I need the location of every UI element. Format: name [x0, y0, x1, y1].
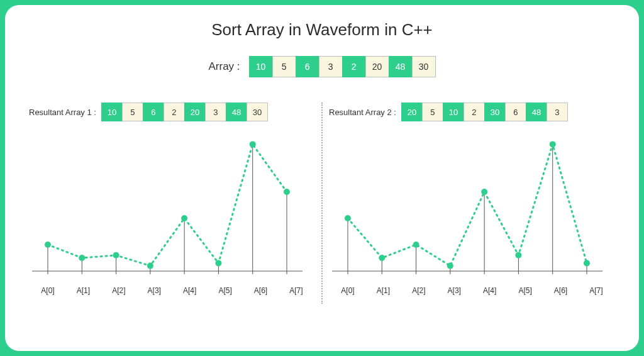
- array-cell: 10: [101, 103, 123, 121]
- page-title: Sort Array in Waveform in C++: [23, 20, 621, 40]
- array-cell: 5: [272, 56, 296, 77]
- result-1-cells: 10 5 6 2 20 3 48 30: [101, 103, 268, 121]
- svg-point-42: [345, 215, 351, 221]
- axis-tick: A[6]: [548, 286, 574, 295]
- svg-point-23: [250, 141, 256, 147]
- array-cell: 48: [226, 103, 247, 121]
- axis-tick: A[0]: [335, 286, 360, 295]
- axis-tick: A[6]: [248, 286, 274, 295]
- axis-tick: A[1]: [70, 286, 96, 295]
- svg-point-43: [379, 255, 385, 261]
- array-cell: 20: [401, 103, 423, 121]
- svg-point-19: [113, 252, 119, 259]
- svg-point-49: [584, 260, 590, 266]
- chart-1-axis-labels: A[0] A[1] A[2] A[3] A[4] A[5] A[6] A[7]: [29, 284, 315, 295]
- axis-tick: A[7]: [584, 286, 609, 295]
- result-2-label: Resultant Array 2 :: [329, 108, 396, 117]
- array-cell: 10: [249, 56, 273, 77]
- axis-tick: A[3]: [142, 286, 167, 295]
- svg-point-18: [79, 255, 85, 261]
- svg-point-22: [215, 260, 221, 266]
- axis-tick: A[7]: [284, 286, 309, 295]
- axis-tick: A[1]: [370, 286, 396, 295]
- result-1-header: Resultant Array 1 : 10 5 6 2 20 3 48 30: [29, 103, 315, 121]
- axis-tick: A[2]: [406, 286, 431, 295]
- array-cell: 20: [184, 103, 206, 121]
- result-1-panel: Resultant Array 1 : 10 5 6 2 20 3 48 30 …: [23, 103, 321, 304]
- array-cell: 3: [319, 56, 343, 77]
- input-array-cells: 10 5 6 3 2 20 48 30: [249, 56, 436, 77]
- array-cell: 2: [464, 103, 485, 121]
- chart-2-axis-labels: A[0] A[1] A[2] A[3] A[4] A[5] A[6] A[7]: [329, 284, 615, 295]
- array-cell: 6: [143, 103, 164, 121]
- svg-point-48: [550, 141, 556, 147]
- content-card: Sort Array in Waveform in C++ Array : 10…: [5, 5, 639, 351]
- array-cell: 30: [247, 103, 268, 121]
- svg-point-21: [181, 215, 187, 221]
- axis-tick: A[4]: [477, 286, 502, 295]
- array-cell: 3: [547, 103, 568, 121]
- axis-tick: A[0]: [35, 286, 60, 295]
- array-cell: 20: [365, 56, 389, 77]
- input-array-row: Array : 10 5 6 3 2 20 48 30: [23, 56, 621, 77]
- array-cell: 5: [422, 103, 443, 121]
- result-2-header: Resultant Array 2 : 20 5 10 2 30 6 48 3: [329, 103, 615, 121]
- svg-point-45: [447, 263, 453, 269]
- chart-1: [29, 133, 306, 284]
- axis-tick: A[5]: [213, 286, 238, 295]
- axis-tick: A[5]: [513, 286, 538, 295]
- svg-point-47: [515, 252, 521, 259]
- svg-point-20: [147, 263, 153, 269]
- axis-tick: A[3]: [441, 286, 467, 295]
- array-cell: 30: [484, 103, 506, 121]
- axis-tick: A[4]: [177, 286, 203, 295]
- chart-2: [329, 133, 606, 284]
- svg-point-17: [45, 242, 51, 248]
- array-cell: 30: [412, 56, 436, 77]
- input-array-label: Array :: [208, 60, 240, 73]
- array-cell: 48: [389, 56, 413, 77]
- array-cell: 5: [122, 103, 143, 121]
- result-2-cells: 20 5 10 2 30 6 48 3: [401, 103, 568, 121]
- array-cell: 3: [205, 103, 226, 121]
- array-cell: 10: [443, 103, 464, 121]
- result-2-panel: Resultant Array 2 : 20 5 10 2 30 6 48 3 …: [323, 103, 621, 304]
- svg-point-44: [413, 242, 419, 248]
- results-row: Resultant Array 1 : 10 5 6 2 20 3 48 30 …: [23, 103, 621, 304]
- axis-tick: A[2]: [106, 286, 131, 295]
- array-cell: 6: [505, 103, 526, 121]
- array-cell: 6: [296, 56, 319, 77]
- result-1-label: Resultant Array 1 :: [29, 108, 96, 117]
- array-cell: 48: [526, 103, 547, 121]
- svg-point-46: [481, 189, 487, 195]
- array-cell: 2: [342, 56, 366, 77]
- array-cell: 2: [164, 103, 185, 121]
- svg-point-24: [284, 189, 290, 195]
